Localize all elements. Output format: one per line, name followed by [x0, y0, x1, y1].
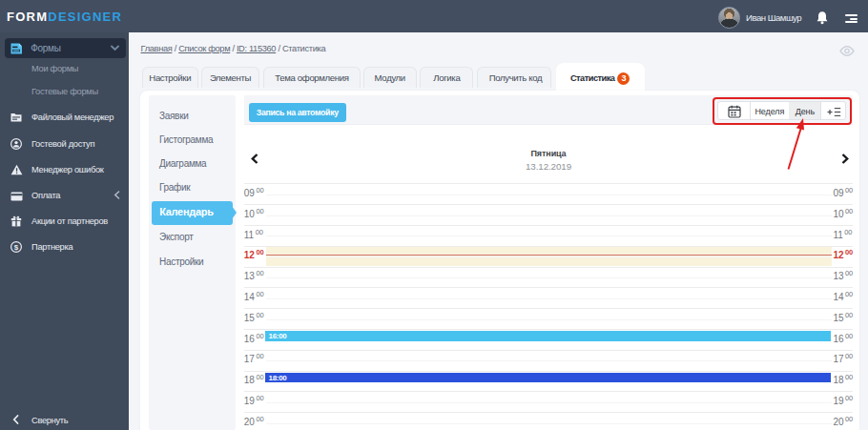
svg-text:$: $: [14, 243, 19, 252]
